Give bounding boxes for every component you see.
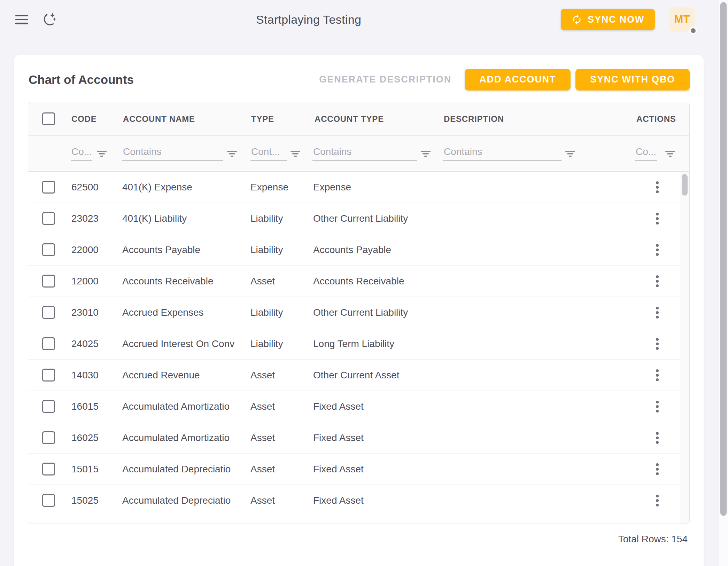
row-checkbox[interactable] bbox=[42, 243, 55, 256]
row-actions-menu-button[interactable] bbox=[634, 211, 680, 227]
column-header-account-type[interactable]: ACCOUNT TYPE bbox=[312, 114, 442, 124]
filter-input-description[interactable] bbox=[443, 146, 562, 161]
filter-input-account-type[interactable] bbox=[312, 146, 417, 161]
row-actions-menu-button[interactable] bbox=[634, 430, 680, 446]
column-header-code[interactable]: CODE bbox=[70, 114, 122, 124]
generate-description-button[interactable]: GENERATE DESCRIPTION bbox=[319, 74, 451, 85]
cell-account-name: Accumulated Amortizatio bbox=[122, 432, 250, 443]
filter-input-account-name[interactable] bbox=[122, 146, 223, 161]
page-title: Startplaying Testing bbox=[56, 13, 561, 26]
row-actions-menu-button[interactable] bbox=[634, 336, 680, 352]
filter-input-actions[interactable] bbox=[635, 146, 657, 161]
column-header-type[interactable]: TYPE bbox=[250, 114, 312, 124]
cell-type: Asset bbox=[250, 276, 312, 287]
page-scrollbar-track[interactable] bbox=[719, 0, 728, 566]
row-actions-menu-button[interactable] bbox=[634, 179, 680, 195]
cell-code: 15015 bbox=[70, 464, 122, 475]
cell-code: 22000 bbox=[70, 244, 122, 256]
page: Startplaying Testing SYNC NOW MT Chart o… bbox=[0, 0, 728, 566]
table-footer: Total Rows: 154 bbox=[14, 524, 704, 545]
header-checkbox-cell bbox=[28, 112, 70, 125]
filter-icon-account-type[interactable] bbox=[420, 149, 431, 158]
avatar-initials: MT bbox=[674, 13, 690, 26]
filter-icon-description[interactable] bbox=[565, 149, 575, 158]
row-actions-menu-button[interactable] bbox=[634, 305, 680, 321]
row-checkbox[interactable] bbox=[42, 306, 55, 319]
sync-with-qbo-button[interactable]: SYNC WITH QBO bbox=[575, 69, 690, 91]
table-row: 15015 Accumulated Depreciatio Asset Fixe… bbox=[28, 454, 680, 485]
sync-now-button[interactable]: SYNC NOW bbox=[561, 9, 655, 30]
table-row: 24025 Accrued Interest On Conv Liability… bbox=[28, 328, 680, 360]
filter-icon-actions[interactable] bbox=[665, 149, 675, 158]
row-checkbox[interactable] bbox=[42, 212, 55, 225]
cell-type: Liability bbox=[250, 307, 312, 318]
row-actions-menu-button[interactable] bbox=[634, 493, 680, 509]
row-checkbox[interactable] bbox=[42, 431, 55, 444]
row-checkbox[interactable] bbox=[42, 494, 55, 507]
row-actions-menu-button[interactable] bbox=[634, 367, 680, 383]
row-checkbox[interactable] bbox=[42, 369, 55, 382]
cell-code: 15025 bbox=[70, 495, 122, 506]
cell-account-name: Accumulated Depreciatio bbox=[122, 464, 250, 475]
cell-account-name: 401(K) Expense bbox=[122, 182, 250, 193]
moon-stars-icon bbox=[42, 12, 56, 27]
cell-type: Liability bbox=[250, 244, 312, 256]
cell-type: Asset bbox=[250, 495, 312, 506]
menu-hamburger-icon[interactable] bbox=[15, 15, 28, 24]
table-scrollbar-track[interactable] bbox=[680, 172, 689, 524]
cell-actions bbox=[634, 399, 680, 415]
cell-actions bbox=[634, 211, 680, 227]
total-rows-label: Total Rows: 154 bbox=[618, 534, 688, 545]
row-actions-menu-button[interactable] bbox=[634, 273, 680, 289]
cell-account-name: Accrued Expenses bbox=[122, 307, 250, 318]
row-checkbox[interactable] bbox=[42, 181, 55, 194]
add-account-button[interactable]: ADD ACCOUNT bbox=[465, 69, 571, 91]
dark-mode-toggle[interactable] bbox=[42, 12, 56, 27]
cell-actions bbox=[634, 336, 680, 352]
filter-icon-account-name[interactable] bbox=[227, 149, 237, 158]
filter-input-type[interactable] bbox=[250, 146, 287, 161]
row-checkbox[interactable] bbox=[42, 275, 55, 288]
cell-account-type: Fixed Asset bbox=[312, 432, 442, 443]
table-header-row: CODE ACCOUNT NAME TYPE ACCOUNT TYPE DESC… bbox=[28, 102, 689, 136]
page-scrollbar-thumb[interactable] bbox=[720, 2, 727, 516]
cell-code: 62500 bbox=[70, 182, 122, 193]
cell-account-name: Accounts Payable bbox=[122, 244, 250, 256]
cell-actions bbox=[634, 273, 680, 289]
table-scrollbar-thumb[interactable] bbox=[682, 174, 688, 196]
row-checkbox[interactable] bbox=[42, 337, 55, 350]
row-checkbox-cell bbox=[28, 275, 70, 288]
row-checkbox-cell bbox=[28, 243, 70, 256]
table-row: 22000 Accounts Payable Liability Account… bbox=[28, 234, 680, 266]
filter-cell-description bbox=[442, 146, 634, 161]
card-header: Chart of Accounts GENERATE DESCRIPTION A… bbox=[14, 55, 704, 102]
column-header-account-name[interactable]: ACCOUNT NAME bbox=[122, 114, 250, 124]
cell-account-type: Accounts Payable bbox=[312, 244, 442, 256]
select-all-checkbox[interactable] bbox=[42, 112, 55, 125]
row-checkbox[interactable] bbox=[42, 400, 55, 413]
row-actions-menu-button[interactable] bbox=[634, 399, 680, 415]
column-header-description[interactable]: DESCRIPTION bbox=[442, 114, 634, 124]
row-checkbox-cell bbox=[28, 400, 70, 413]
cell-actions bbox=[634, 430, 680, 446]
row-checkbox[interactable] bbox=[42, 463, 55, 475]
sync-now-label: SYNC NOW bbox=[588, 14, 644, 25]
cell-type: Asset bbox=[250, 432, 312, 443]
cell-actions bbox=[634, 305, 680, 321]
row-actions-menu-button[interactable] bbox=[634, 461, 680, 477]
cell-type: Asset bbox=[250, 401, 312, 412]
user-avatar[interactable]: MT bbox=[669, 7, 695, 32]
row-actions-menu-button[interactable] bbox=[634, 242, 680, 258]
cell-type: Liability bbox=[250, 213, 312, 224]
cell-code: 16025 bbox=[70, 432, 122, 443]
table-row: 16015 Accumulated Amortizatio Asset Fixe… bbox=[28, 391, 680, 422]
row-checkbox-cell bbox=[28, 212, 70, 225]
card-title: Chart of Accounts bbox=[29, 73, 134, 87]
filter-icon-code[interactable] bbox=[96, 149, 107, 158]
filter-cell-account-name bbox=[122, 146, 250, 161]
filter-icon-type[interactable] bbox=[290, 149, 301, 158]
cell-account-name: 401(K) Liability bbox=[122, 213, 250, 224]
cell-type: Asset bbox=[250, 464, 312, 475]
filter-cell-account-type bbox=[312, 146, 442, 161]
filter-input-code[interactable] bbox=[71, 146, 92, 161]
